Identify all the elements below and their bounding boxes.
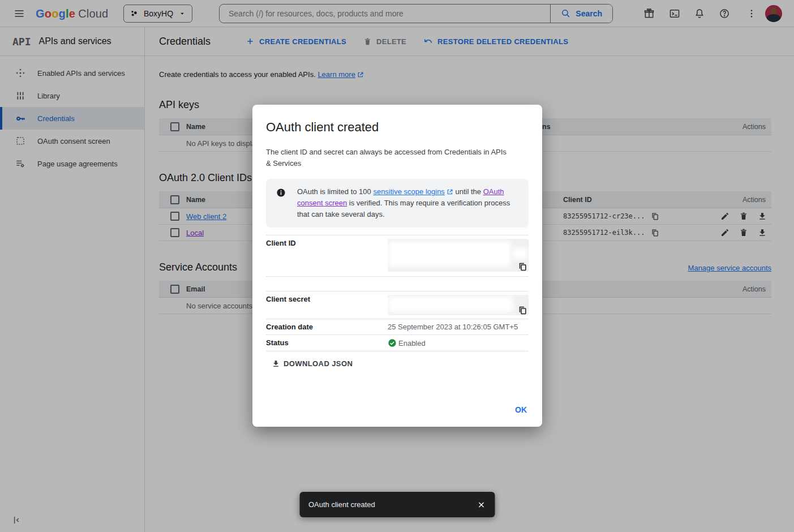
download-json-button[interactable]: DOWNLOAD JSON bbox=[272, 359, 353, 368]
snackbar: OAuth client created bbox=[299, 492, 495, 517]
creation-date-label: Creation date bbox=[266, 323, 388, 331]
oauth-client-created-dialog: OAuth client created The client ID and s… bbox=[252, 105, 542, 427]
copy-icon[interactable] bbox=[518, 262, 527, 272]
snackbar-message: OAuth client created bbox=[308, 500, 477, 509]
ok-button[interactable]: OK bbox=[515, 405, 527, 414]
info-banner: OAuth is limited to 100 sensitive scope … bbox=[266, 179, 529, 228]
status-label: Status bbox=[266, 338, 388, 347]
close-icon[interactable] bbox=[477, 500, 486, 509]
dialog-title: OAuth client created bbox=[252, 105, 542, 135]
info-icon bbox=[276, 188, 286, 220]
client-id-redacted-value bbox=[388, 239, 529, 272]
client-id-label: Client ID bbox=[266, 239, 388, 273]
creation-date-row: Creation date 25 September 2023 at 10:26… bbox=[266, 319, 529, 334]
check-circle-icon bbox=[388, 338, 397, 347]
download-icon bbox=[272, 359, 280, 368]
sensitive-scope-logins-link[interactable]: sensitive scope logins bbox=[373, 187, 444, 196]
dialog-subtitle: The client ID and secret can always be a… bbox=[252, 135, 523, 169]
creation-date-value: 25 September 2023 at 10:26:05 GMT+5 bbox=[388, 323, 529, 331]
client-secret-label: Client secret bbox=[266, 295, 388, 315]
copy-icon[interactable] bbox=[518, 306, 527, 315]
status-value: Enabled bbox=[398, 339, 426, 347]
info-text: OAuth is limited to 100 sensitive scope … bbox=[297, 186, 521, 220]
client-secret-redacted-value bbox=[388, 295, 529, 315]
client-id-row: Client ID bbox=[266, 235, 529, 276]
external-link-icon bbox=[447, 188, 453, 195]
status-row: Status Enabled bbox=[266, 334, 529, 351]
spacer-row bbox=[266, 276, 529, 291]
client-secret-row: Client secret bbox=[266, 291, 529, 319]
